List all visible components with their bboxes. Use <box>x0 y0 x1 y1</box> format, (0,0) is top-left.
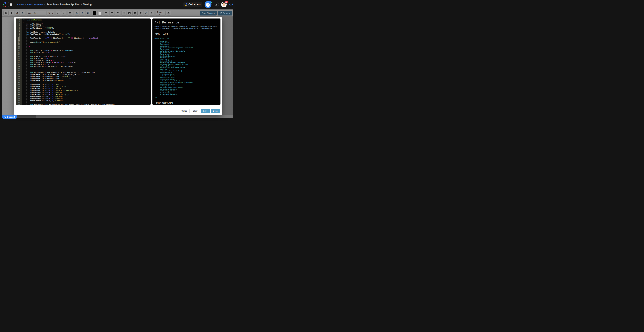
api-link[interactable]: PMTableCellAPI <box>189 28 199 29</box>
chat-assistant-icon[interactable] <box>204 1 212 8</box>
code-line[interactable]: tableHeader.setText(9, 1, "Comments"); <box>23 100 151 102</box>
code-line[interactable] <box>23 29 151 31</box>
api-link[interactable]: PMTaskDataAPI <box>179 26 189 27</box>
move-down-button[interactable] <box>61 11 66 16</box>
api-link[interactable]: PMAI <box>210 28 212 29</box>
code-line[interactable] <box>23 53 151 55</box>
image-button[interactable] <box>127 11 132 16</box>
code-line[interactable] <box>23 82 151 84</box>
highlight-color-swatch[interactable] <box>97 11 102 16</box>
code-line[interactable]: else <box>23 45 151 47</box>
align-left-button[interactable] <box>104 11 109 16</box>
code-line[interactable]: var taskData = task.getData(); <box>23 31 151 33</box>
code-line[interactable]: tableHeader.setText(1, 1, "Row"); <box>23 84 151 86</box>
italic-button[interactable]: i <box>80 11 85 16</box>
code-line[interactable]: { <box>23 21 151 23</box>
code-line[interactable]: var row_height = 20; <box>23 57 151 59</box>
code-line[interactable]: if (listRecords === null || listRecords … <box>23 37 151 39</box>
code-line[interactable]: var tableHeader = doc.newTable(columns_p… <box>23 71 151 73</box>
script-button[interactable]: </> <box>144 11 149 16</box>
code-line[interactable] <box>23 69 151 71</box>
font-color-swatch[interactable] <box>92 11 97 16</box>
move-up-button[interactable] <box>56 11 61 16</box>
code-line[interactable]: tableHeader.setText(3, 1, "Serial"); <box>23 88 151 90</box>
code-line[interactable]: doc.setFontSize(9); <box>23 23 151 25</box>
code-line[interactable]: var rows_per_table = number_of_records; <box>23 55 151 57</box>
save-changes-button[interactable]: Save Changes <box>200 11 216 16</box>
api-link[interactable]: PMJobTypeAPI <box>162 28 170 29</box>
api-link[interactable]: PMProjectAPI <box>190 26 199 27</box>
code-line[interactable] <box>23 102 151 104</box>
page-select[interactable]: Page 1▼ <box>156 11 166 16</box>
code-line[interactable]: tableHeader.setText(5, 1, "Rating"); <box>23 92 151 94</box>
code-editor[interactable]: 12▼34567891011▼12131415▼1617181920212223… <box>16 19 151 105</box>
api-link[interactable]: PMTaskAPI <box>171 26 178 27</box>
api-link[interactable]: PMClientAPI <box>200 26 208 27</box>
code-line[interactable]: function initScript() <box>23 19 151 21</box>
api-link[interactable]: PMPageInfo <box>201 28 208 29</box>
done-button[interactable]: Done <box>211 109 220 113</box>
code-line[interactable]: tableHeader.setForegroundColour("#ffffff… <box>23 78 151 80</box>
code-line[interactable] <box>23 68 151 69</box>
fold-arrow-icon[interactable]: ▼ <box>21 21 21 23</box>
code-line[interactable]: { <box>23 47 151 49</box>
underline-button[interactable]: U <box>85 11 90 16</box>
table-button[interactable] <box>132 11 138 16</box>
download-button[interactable] <box>214 2 219 7</box>
save-button[interactable]: Save <box>201 109 210 113</box>
align-center-button[interactable] <box>109 11 114 16</box>
code-line[interactable]: var tableHeight = row_height * rows_per_… <box>23 65 151 67</box>
clear-button[interactable]: Clear <box>191 109 200 113</box>
font-family-select[interactable]: Open Sans▼ <box>26 11 46 16</box>
fold-arrow-icon[interactable]: ▼ <box>21 39 21 41</box>
code-line[interactable]: var listRecords = taskData.getList("reco… <box>23 33 151 35</box>
code-line[interactable]: doc.setFontBold(false); <box>23 25 151 27</box>
api-link[interactable]: PMJobAPI <box>154 28 160 29</box>
code-line[interactable]: } <box>23 43 151 45</box>
code-line[interactable]: tableHeader.setText(7, 1, "Voltage"); <box>23 96 151 98</box>
undo-button[interactable]: ↺ <box>14 11 20 16</box>
api-link[interactable]: PMReportAPI <box>162 26 170 27</box>
user-avatar[interactable]: 32 <box>221 2 227 7</box>
bold-button[interactable]: B <box>74 11 79 16</box>
frame-button[interactable] <box>121 11 126 16</box>
code-line[interactable]: tableHeader.setCellWidthPercents(column_… <box>23 74 151 75</box>
code-line[interactable]: tableHeader.setBorderColour("#648ea7"); <box>23 80 151 81</box>
settings-button[interactable] <box>166 11 171 16</box>
zoom-out-button[interactable] <box>9 11 14 16</box>
redo-button[interactable]: ↻ <box>20 11 25 16</box>
code-line[interactable]: var tableData = doc.newTable(columns_per… <box>23 104 151 105</box>
font-size-select[interactable]: 10▼ <box>46 11 54 16</box>
code-line[interactable]: tableHeader.setBackgroundColour("#0066a4… <box>23 75 151 77</box>
zoom-in-button[interactable] <box>4 11 8 16</box>
menu-icon[interactable] <box>8 2 13 7</box>
vertical-spacing-button[interactable] <box>149 11 154 16</box>
code-line[interactable]: doc.setFontColour("#000000"); <box>23 27 151 29</box>
align-right-button[interactable] <box>115 11 120 16</box>
code-line[interactable]: tableHeader.setText(4, 1, "Insulation Re… <box>23 90 151 92</box>
breadcrumb-tools-link[interactable]: Tools <box>16 4 24 6</box>
code-line[interactable] <box>23 35 151 37</box>
code-line[interactable]: var number_of_records = listRecords.leng… <box>23 49 151 51</box>
support-button[interactable]: ? Support <box>2 115 17 119</box>
api-reference-panel[interactable]: API Reference PMDocAPI, PMReportAPI, PMT… <box>152 19 220 105</box>
code-line[interactable]: var record_index = 0; <box>23 51 151 53</box>
code-line[interactable]: tableHeader.setText(8, 1, "Pass/Fail"); <box>23 98 151 100</box>
code-line[interactable]: var tableWidth = 720; <box>23 63 151 65</box>
preview-button[interactable]: Preview <box>218 11 232 16</box>
code-line[interactable]: var columns_per_table = 9; <box>23 59 151 61</box>
help-button[interactable]: ? <box>229 3 233 7</box>
data-field-button[interactable] <box>138 11 143 16</box>
breadcrumb-templates-link[interactable]: Report Templates <box>27 4 43 6</box>
api-link[interactable]: PMImageAPI <box>172 28 179 29</box>
top-link[interactable]: top <box>154 97 157 98</box>
code-line[interactable]: var column_width_percs = [4,18,15,8,7,7,… <box>23 61 151 63</box>
api-link[interactable]: PMSiteAPI <box>210 26 216 27</box>
bullet-list-button[interactable] <box>68 11 73 16</box>
api-link[interactable]: PMDocAPI <box>154 26 160 27</box>
code-line[interactable]: doc.writeln("No data recorded."); <box>23 41 151 43</box>
cancel-button[interactable]: Cancel <box>179 109 190 113</box>
code-line[interactable]: tableHeader.setText(6, 1, "Fuse Rating")… <box>23 94 151 96</box>
code-line[interactable]: { <box>23 39 151 41</box>
code-line[interactable]: tableHeader.setText(2, 1, "Description")… <box>23 86 151 88</box>
